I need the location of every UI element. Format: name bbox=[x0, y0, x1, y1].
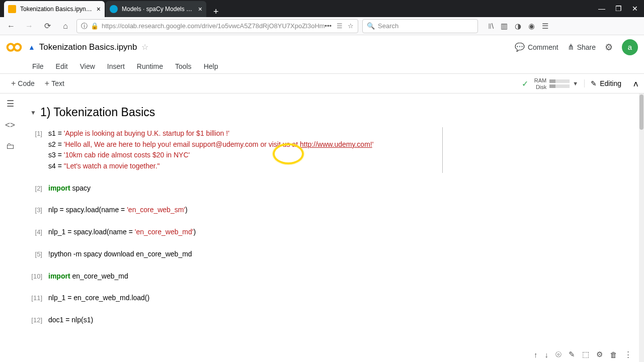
extension-icon[interactable]: ◉ bbox=[528, 22, 535, 31]
gear-icon[interactable]: ⚙ bbox=[596, 350, 603, 359]
link-icon[interactable]: ⦾ bbox=[555, 350, 561, 359]
gear-icon[interactable]: ⚙ bbox=[605, 42, 613, 53]
tab-colab[interactable]: Tokenization Basics.ipynb - Col × bbox=[4, 1, 105, 17]
code-cell[interactable]: [5]!python -m spacy download en_core_web… bbox=[20, 247, 639, 262]
browser-tabs: Tokenization Basics.ipynb - Col × Models… bbox=[0, 0, 644, 17]
scrollbar[interactable] bbox=[639, 94, 644, 362]
search-input[interactable]: 🔍 Search bbox=[362, 19, 478, 33]
sidebar-icon[interactable]: ▥ bbox=[501, 22, 508, 31]
window-controls: — ❐ ✕ bbox=[598, 0, 644, 17]
menu-tools[interactable]: Tools bbox=[171, 61, 196, 71]
url-text: https://colab.research.google.com/drive/… bbox=[102, 22, 325, 30]
star-icon[interactable]: ☆ bbox=[141, 42, 148, 52]
reader-icon[interactable]: ☰ bbox=[337, 22, 343, 30]
colab-logo[interactable] bbox=[6, 39, 22, 55]
pocket-icon[interactable]: ◑ bbox=[515, 22, 521, 31]
move-up-icon[interactable]: ↑ bbox=[534, 350, 538, 359]
add-text-button[interactable]: + Text bbox=[40, 77, 69, 90]
plus-icon: + bbox=[11, 79, 16, 88]
cell-code[interactable]: !python -m spacy download en_core_web_md bbox=[48, 249, 629, 260]
cell-number: [10] bbox=[24, 271, 48, 282]
notebook-title[interactable]: ▲ Tokenization Basics.ipynb ☆ bbox=[28, 42, 515, 52]
menu-icon[interactable]: ☰ bbox=[542, 22, 548, 31]
chevron-down-icon[interactable]: ▼ bbox=[573, 80, 578, 86]
drive-icon: ▲ bbox=[28, 43, 35, 51]
cell-number: [4] bbox=[24, 227, 48, 238]
tab-spacy[interactable]: Models · spaCy Models Docum × bbox=[106, 1, 206, 17]
notebook-content[interactable]: ▼ 1) Tokenization Basics [1]s1 = 'Apple … bbox=[20, 94, 639, 362]
menu-file[interactable]: File bbox=[28, 61, 48, 71]
delete-icon[interactable]: 🗑 bbox=[610, 350, 617, 359]
close-window-icon[interactable]: ✕ bbox=[632, 5, 638, 13]
add-code-button[interactable]: + Code bbox=[6, 77, 40, 90]
cell-code[interactable]: nlp_1 = en_core_web_md.load() bbox=[48, 293, 629, 304]
share-icon: ⋔ bbox=[568, 42, 574, 52]
avatar[interactable]: a bbox=[622, 39, 638, 55]
cell-code[interactable]: import spacy bbox=[48, 183, 629, 194]
mirror-icon[interactable]: ⬚ bbox=[582, 350, 589, 359]
editing-button[interactable]: ✎ Editing bbox=[584, 79, 627, 87]
code-cell[interactable]: [10]import en_core_web_md bbox=[20, 269, 639, 284]
menu-view[interactable]: View bbox=[76, 61, 99, 71]
more-icon[interactable]: ••• bbox=[325, 22, 332, 30]
cell-number: [5] bbox=[24, 249, 48, 260]
code-cell[interactable]: [4]nlp_1 = spacy.load(name = 'en_core_we… bbox=[20, 225, 639, 240]
cell-number: [2] bbox=[24, 183, 48, 194]
svg-point-1 bbox=[14, 44, 21, 50]
info-icon[interactable]: ⓘ bbox=[81, 22, 88, 31]
url-bar: ← → ⟳ ⌂ ⓘ 🔒 https://colab.research.googl… bbox=[0, 17, 644, 35]
back-button[interactable]: ← bbox=[4, 19, 18, 33]
colab-favicon bbox=[8, 5, 16, 13]
cell-code[interactable]: s1 = 'Apple is looking at buying U.K. st… bbox=[48, 128, 629, 172]
cell-code[interactable]: nlp_1 = spacy.load(name = 'en_core_web_m… bbox=[48, 227, 629, 238]
menu-bar: File Edit View Insert Runtime Tools Help bbox=[0, 59, 644, 73]
collapse-arrow-icon[interactable]: ▼ bbox=[30, 109, 36, 116]
cell-toolbar: ↑ ↓ ⦾ ✎ ⬚ ⚙ 🗑 ⋮ bbox=[530, 347, 636, 362]
new-tab-button[interactable]: + bbox=[207, 7, 225, 17]
more-icon[interactable]: ⋮ bbox=[624, 350, 632, 359]
bookmark-icon[interactable]: ☆ bbox=[348, 22, 354, 30]
section-heading: ▼ 1) Tokenization Basics bbox=[20, 99, 639, 126]
forward-button[interactable]: → bbox=[22, 19, 36, 33]
library-icon[interactable]: ⫴\ bbox=[488, 22, 494, 31]
files-icon[interactable]: 🗀 bbox=[6, 141, 15, 151]
url-field[interactable]: ⓘ 🔒 https://colab.research.google.com/dr… bbox=[76, 19, 358, 33]
plus-icon: + bbox=[45, 79, 49, 88]
menu-insert[interactable]: Insert bbox=[103, 61, 129, 71]
menu-help[interactable]: Help bbox=[200, 61, 222, 71]
close-icon[interactable]: × bbox=[198, 5, 202, 13]
cell-number: [3] bbox=[24, 205, 48, 216]
share-button[interactable]: ⋔ Share bbox=[568, 42, 596, 52]
maximize-icon[interactable]: ❐ bbox=[615, 5, 622, 13]
disk-bar bbox=[549, 84, 570, 88]
lock-icon: 🔒 bbox=[91, 22, 99, 30]
code-cell[interactable]: [11]nlp_1 = en_core_web_md.load() bbox=[20, 291, 639, 306]
toc-icon[interactable]: ☰ bbox=[7, 99, 14, 109]
menu-edit[interactable]: Edit bbox=[52, 61, 72, 71]
close-icon[interactable]: × bbox=[97, 5, 101, 13]
menu-runtime[interactable]: Runtime bbox=[133, 61, 167, 71]
pencil-icon: ✎ bbox=[591, 79, 597, 87]
reload-button[interactable]: ⟳ bbox=[40, 19, 54, 33]
code-cell[interactable]: [1]s1 = 'Apple is looking at buying U.K.… bbox=[20, 126, 639, 174]
tab-title: Tokenization Basics.ipynb - Col bbox=[20, 6, 93, 13]
cell-code[interactable]: import en_core_web_md bbox=[48, 271, 629, 282]
code-snippets-icon[interactable]: <> bbox=[5, 120, 15, 130]
ram-bar bbox=[549, 79, 570, 83]
comment-button[interactable]: 💬 Comment bbox=[515, 42, 558, 52]
home-button[interactable]: ⌂ bbox=[58, 19, 72, 33]
comment-icon: 💬 bbox=[515, 42, 525, 52]
resource-monitor[interactable]: RAM Disk ▼ bbox=[534, 77, 578, 90]
minimize-icon[interactable]: — bbox=[598, 5, 605, 13]
code-cell[interactable]: [2]import spacy bbox=[20, 181, 639, 196]
cell-code[interactable]: nlp = spacy.load(name = 'en_core_web_sm'… bbox=[48, 205, 629, 216]
chevron-up-icon[interactable]: ʌ bbox=[633, 79, 638, 88]
cell-code[interactable]: doc1 = nlp(s1) bbox=[48, 315, 629, 326]
edit-icon[interactable]: ✎ bbox=[569, 350, 575, 359]
search-icon: 🔍 bbox=[367, 22, 375, 30]
cell-number: [1] bbox=[24, 128, 48, 172]
code-cell[interactable]: [12]doc1 = nlp(s1) bbox=[20, 313, 639, 328]
cell-number: [12] bbox=[24, 315, 48, 326]
move-down-icon[interactable]: ↓ bbox=[545, 350, 549, 359]
code-cell[interactable]: [3]nlp = spacy.load(name = 'en_core_web_… bbox=[20, 203, 639, 218]
